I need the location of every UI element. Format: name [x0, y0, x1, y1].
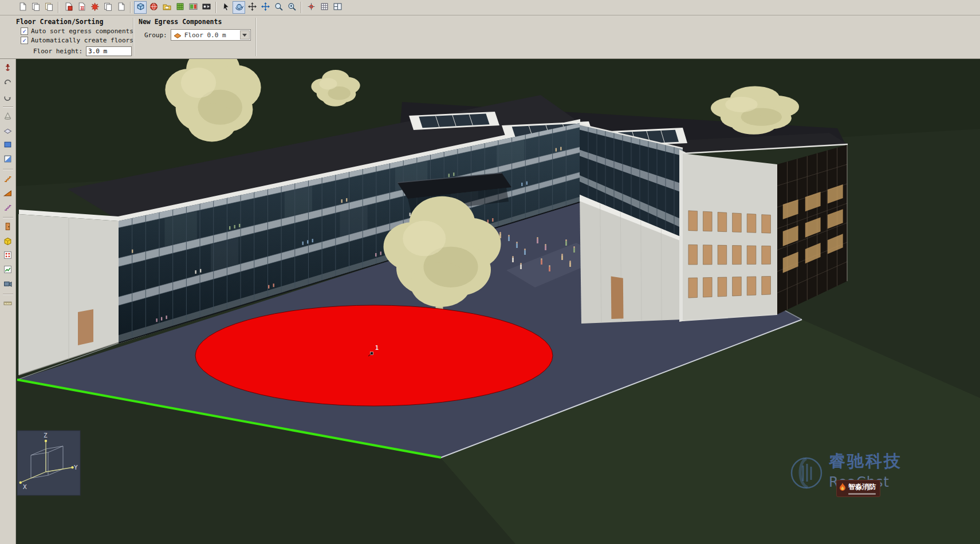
zoom-box-tool-button[interactable] — [285, 1, 298, 14]
solid-view-button[interactable] — [147, 1, 160, 14]
elevator-tool-button[interactable] — [2, 235, 14, 248]
wireframe-view-button[interactable] — [134, 1, 147, 14]
measure-tool-icon — [3, 299, 12, 310]
checkbox-icon[interactable]: ✓ — [21, 37, 28, 44]
duplicate-button[interactable] — [101, 1, 114, 14]
floor-height-input[interactable] — [86, 46, 132, 56]
main-toolbar — [0, 0, 980, 15]
orbit-right-tool-button[interactable] — [2, 91, 14, 104]
copy-button[interactable] — [29, 1, 42, 14]
badge-subline — [848, 493, 876, 495]
monitor-view-icon — [189, 2, 198, 13]
camera-tool-icon — [3, 279, 12, 290]
zhimiao-badge: 智淼消防 — [836, 480, 880, 497]
floor-height-label: Floor height: — [33, 48, 82, 55]
ramp-tool-icon — [3, 188, 12, 199]
auto-create-checkbox-row[interactable]: ✓ Automatically create floors — [21, 37, 133, 44]
obstruction-tool-button[interactable] — [2, 153, 14, 166]
roam-tool-icon — [248, 2, 257, 13]
sidebar-separator — [3, 294, 13, 295]
toolbar-separator — [130, 2, 131, 13]
wireframe-view-icon — [136, 2, 145, 13]
toolbar-separator — [58, 2, 59, 13]
slab-tool-icon — [3, 126, 12, 137]
scene-canvas[interactable]: 1XYZ — [16, 59, 980, 544]
escalator-tool-button[interactable] — [2, 202, 14, 214]
orbit-tool-button[interactable] — [233, 1, 245, 14]
new-file-icon — [18, 2, 27, 13]
panel-separator — [255, 18, 257, 56]
pan-tool-button[interactable] — [259, 1, 271, 14]
elevator-tool-icon — [3, 236, 12, 247]
toolbar-separator — [301, 2, 302, 13]
sidebar-separator — [3, 107, 13, 108]
stairs-tool-button[interactable] — [2, 173, 14, 186]
grid-snap-tool-button[interactable] — [318, 1, 330, 14]
grid-snap-tool-icon — [320, 2, 329, 13]
grid-view-button[interactable] — [174, 1, 186, 14]
group-value: Floor 0.0 m — [184, 31, 226, 39]
material-view-button[interactable] — [160, 1, 173, 14]
monitor-chart-tool-button[interactable] — [2, 264, 14, 277]
pan-tool-icon — [261, 2, 270, 13]
room-tool-icon — [3, 140, 12, 151]
snapshot-button[interactable] — [115, 1, 127, 14]
orbit-tool-icon — [235, 2, 243, 13]
monitor-view-button[interactable] — [187, 1, 199, 14]
measure-tool-button[interactable] — [2, 298, 14, 310]
compass-tool-icon — [3, 64, 12, 74]
import-file-icon — [64, 2, 73, 13]
snap-point-tool-button[interactable] — [305, 1, 317, 14]
viewport-3d[interactable]: 1XYZ 睿驰科技 ReaChst 智淼消防 — [16, 59, 980, 544]
import-file-button[interactable] — [62, 1, 74, 14]
checkbox-icon[interactable]: ✓ — [21, 27, 28, 35]
slab-tool-button[interactable] — [2, 125, 14, 137]
toolbar-separator — [215, 2, 217, 13]
floor-height-row: Floor height: — [33, 46, 133, 56]
floor-icon — [174, 31, 182, 39]
select-tool-button[interactable] — [219, 1, 232, 14]
compass-tool-button[interactable] — [2, 62, 14, 75]
export-file-icon — [77, 2, 86, 13]
group-dropdown[interactable]: Floor 0.0 m — [171, 29, 251, 41]
room-tool-button[interactable] — [2, 139, 14, 152]
auto-sort-checkbox-row[interactable]: ✓ Auto sort egress components — [21, 27, 133, 35]
floor-creation-panel: Floor Creation/Sorting ✓ Auto sort egres… — [16, 18, 133, 56]
copy-icon — [32, 2, 40, 13]
fire-source-button[interactable] — [88, 1, 101, 14]
monitor-chart-tool-icon — [3, 265, 12, 276]
occupant-tool-icon — [3, 251, 12, 262]
floor-creation-title: Floor Creation/Sorting — [16, 18, 133, 26]
point-marker-label: 1 — [375, 345, 379, 351]
camera-tool-button[interactable] — [2, 278, 14, 291]
new-file-button[interactable] — [16, 1, 29, 14]
roam-tool-button[interactable] — [246, 1, 258, 14]
escalator-tool-icon — [3, 203, 12, 214]
auto-sort-label: Auto sort egress components — [31, 27, 133, 35]
door-tool-button[interactable] — [2, 221, 14, 234]
tools-sidebar — [0, 59, 16, 544]
dropdown-arrow-icon[interactable] — [240, 30, 250, 40]
sidebar-separator — [3, 169, 13, 170]
duplicate-icon — [104, 2, 112, 13]
door-tool-icon — [3, 222, 12, 233]
assembly-area-circle — [195, 305, 553, 406]
group-label: Group: — [144, 31, 167, 39]
record-movie-button[interactable] — [200, 1, 212, 14]
axis-y-label: Y — [74, 464, 78, 471]
zoom-tool-button[interactable] — [272, 1, 285, 14]
window-layout-icon — [333, 2, 342, 13]
material-view-icon — [163, 2, 171, 13]
export-file-button[interactable] — [75, 1, 88, 14]
zoom-tool-icon — [274, 2, 283, 13]
ramp-tool-button[interactable] — [2, 187, 14, 200]
options-panel: Floor Creation/Sorting ✓ Auto sort egres… — [0, 15, 980, 59]
zoom-box-tool-icon — [288, 2, 296, 13]
orbit-left-tool-button[interactable] — [2, 77, 14, 89]
record-movie-icon — [202, 2, 211, 13]
window-layout-button[interactable] — [331, 1, 344, 14]
paste-button[interactable] — [42, 1, 55, 14]
snap-point-tool-icon — [307, 2, 316, 13]
cone-marker-tool-button[interactable] — [2, 111, 14, 123]
occupant-tool-button[interactable] — [2, 250, 14, 262]
